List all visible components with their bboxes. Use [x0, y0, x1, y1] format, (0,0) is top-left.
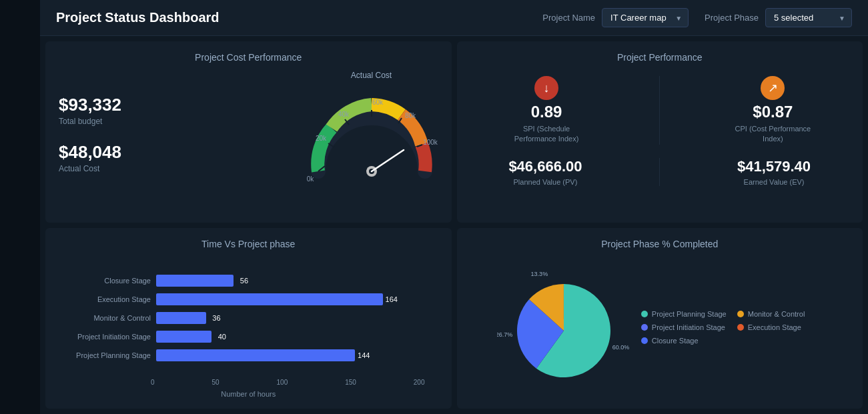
perf-metrics-row: ↓ 0.89 SPI (Schedule Performance Index) …	[470, 76, 850, 145]
legend-dot	[737, 324, 744, 331]
bar-label: Execution Stage	[64, 295, 151, 303]
total-budget-value: $93,332	[59, 95, 121, 115]
svg-text:20k: 20k	[315, 135, 326, 142]
legend-item: Project Planning Stage	[641, 310, 727, 318]
project-name-label: Project Name	[542, 13, 595, 23]
cpi-label: CPI (Cost Performance Index)	[733, 124, 813, 145]
spi-label: SPI (Schedule Performance Index)	[506, 124, 586, 145]
x-axis-tick: 200	[414, 379, 425, 386]
pv-metric: $46,666.00 Planned Value (PV)	[508, 158, 582, 186]
x-axis-tick: 50	[212, 379, 220, 386]
dashboard-grid: Project Cost Performance $93,332 Total b…	[40, 36, 868, 414]
actual-cost-label: Actual Cost	[59, 164, 121, 173]
cost-stats: $93,332 Total budget $48,048 Actual Cost	[59, 95, 121, 173]
legend-dot	[641, 311, 648, 317]
pie-card-title: Project Phase % Completed	[470, 239, 850, 249]
legend-item: Monitor & Control	[737, 310, 823, 318]
bar-value-label: 56	[240, 277, 248, 285]
pie-area: 60.0%26.7%13.3% Project Planning StageMo…	[470, 257, 850, 399]
page-title: Project Status Dashboard	[56, 10, 526, 25]
project-name-select[interactable]: IT Career map	[602, 8, 689, 27]
cost-card-inner: $93,332 Total budget $48,048 Actual Cost…	[59, 71, 438, 197]
bar-row: Execution Stage164	[64, 293, 433, 305]
bar-track: 164	[156, 293, 433, 305]
perf-secondary-row: $46,666.00 Planned Value (PV) $41,579.40…	[470, 158, 850, 186]
legend-dot	[641, 337, 648, 344]
project-phase-filter: Project Phase 5 selected	[705, 8, 852, 27]
x-axis-labels: 050100150200	[151, 379, 438, 386]
pie-chart-card: Project Phase % Completed 60.0%26.7%13.3…	[457, 228, 863, 409]
legend-item: Execution Stage	[737, 323, 823, 331]
bar-fill: 56	[156, 275, 234, 287]
legend-label: Project Initiation Stage	[652, 323, 725, 331]
vertical-divider	[659, 76, 660, 145]
cpi-value: $0.87	[753, 103, 793, 121]
bar-card-title: Time Vs Project phase	[59, 239, 438, 249]
sidebar	[0, 0, 40, 414]
time-vs-phase-card: Time Vs Project phase Closure Stage56Exe…	[45, 228, 452, 409]
total-budget-label: Total budget	[59, 117, 121, 126]
bar-value-label: 36	[212, 314, 220, 322]
bar-row: Closure Stage56	[64, 275, 433, 287]
header: Project Status Dashboard Project Name IT…	[40, 0, 868, 36]
vertical-divider-2	[659, 158, 660, 186]
svg-text:40k: 40k	[338, 111, 349, 118]
ev-metric: $41,579.40 Earned Value (EV)	[737, 158, 811, 186]
legend-dot	[737, 311, 744, 317]
legend-label: Monitor & Control	[748, 310, 805, 318]
pie-label: 13.3%	[530, 271, 548, 277]
pv-label: Planned Value (PV)	[508, 178, 582, 186]
svg-text:60k: 60k	[372, 99, 383, 106]
actual-cost-stat: $48,048 Actual Cost	[59, 142, 121, 173]
main-area: Project Status Dashboard Project Name IT…	[40, 0, 868, 414]
legend-label: Project Planning Stage	[652, 310, 727, 318]
ev-value: $41,579.40	[737, 158, 811, 175]
bar-label: Closure Stage	[64, 277, 151, 285]
project-phase-select-wrapper[interactable]: 5 selected	[765, 8, 852, 27]
x-axis-title: Number of hours	[59, 390, 438, 398]
bar-track: 144	[156, 349, 433, 361]
svg-text:0k: 0k	[306, 175, 314, 183]
pv-value: $46,666.00	[508, 158, 582, 175]
gauge-chart: 0k 20k 40k 60k 80k 100k	[305, 75, 438, 195]
cost-card-title: Project Cost Performance	[59, 52, 438, 63]
pie-chart: 60.0%26.7%13.3%	[497, 261, 630, 394]
project-name-select-wrapper[interactable]: IT Career map	[602, 8, 689, 27]
cpi-metric: ↗ $0.87 CPI (Cost Performance Index)	[733, 76, 813, 145]
bar-fill: 144	[156, 349, 355, 361]
bar-track: 56	[156, 275, 433, 287]
spi-metric: ↓ 0.89 SPI (Schedule Performance Index)	[506, 76, 586, 145]
project-phase-select[interactable]: 5 selected	[765, 8, 852, 27]
spi-icon: ↓	[534, 76, 558, 100]
bar-fill: 40	[156, 331, 211, 343]
bar-row: Project Planning Stage144	[64, 349, 433, 361]
pie-legend: Project Planning StageMonitor & ControlP…	[641, 310, 823, 345]
bar-chart-area: Closure Stage56Execution Stage164Monitor…	[59, 257, 438, 379]
legend-label: Execution Stage	[748, 323, 801, 331]
legend-item: Project Initiation Stage	[641, 323, 727, 331]
perf-card-title: Project Performance	[470, 52, 850, 63]
legend-item: Closure Stage	[641, 337, 727, 345]
bar-value-label: 164	[386, 295, 398, 303]
svg-text:100k: 100k	[423, 139, 438, 146]
pie-label: 26.7%	[497, 332, 512, 339]
bar-row: Monitor & Control36	[64, 312, 433, 324]
bar-label: Project Planning Stage	[64, 351, 151, 359]
bar-label: Project Initiation Stage	[64, 333, 151, 341]
pie-label: 60.0%	[612, 344, 630, 351]
project-name-filter: Project Name IT Career map	[542, 8, 689, 27]
svg-line-14	[372, 150, 404, 171]
bar-value-label: 144	[358, 351, 370, 359]
x-axis-tick: 100	[277, 379, 288, 386]
project-phase-label: Project Phase	[705, 13, 759, 23]
total-budget-stat: $93,332 Total budget	[59, 95, 121, 126]
actual-cost-value: $48,048	[59, 142, 121, 163]
cpi-icon: ↗	[761, 76, 785, 100]
x-axis-tick: 0	[151, 379, 155, 386]
legend-label: Closure Stage	[652, 337, 699, 345]
bar-fill: 164	[156, 293, 383, 305]
bar-row: Project Initiation Stage40	[64, 331, 433, 343]
ev-label: Earned Value (EV)	[737, 178, 811, 186]
bar-value-label: 40	[218, 333, 226, 341]
svg-text:80k: 80k	[404, 112, 416, 119]
